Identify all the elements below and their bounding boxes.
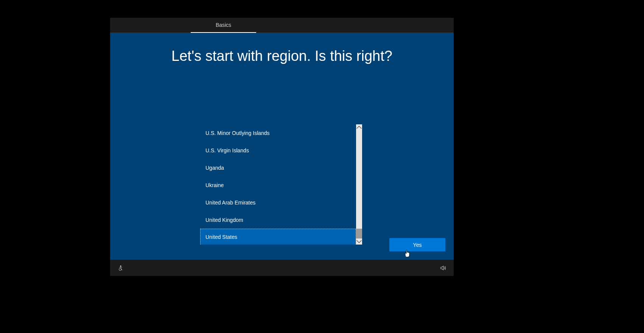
content-area: Let's start with region. Is this right? … <box>110 33 454 260</box>
scroll-down-arrow-icon[interactable] <box>356 239 362 245</box>
scroll-up-arrow-icon[interactable] <box>356 124 362 130</box>
oobe-window: Basics Let's start with region. Is this … <box>110 18 454 276</box>
scrollbar-thumb[interactable] <box>356 229 362 239</box>
region-list-item-label: U.S. Minor Outlying Islands <box>205 130 270 136</box>
svg-point-1 <box>119 268 121 270</box>
region-list-item[interactable]: United Kingdom <box>200 211 356 229</box>
tab-basics-label: Basics <box>216 22 231 28</box>
top-tab-bar: Basics <box>110 18 454 33</box>
region-list-item[interactable]: Uganda <box>200 159 356 177</box>
scrollbar[interactable] <box>356 124 362 245</box>
region-list-item[interactable]: United Arab Emirates <box>200 194 356 211</box>
region-list-item-label: Uganda <box>205 165 224 171</box>
page-title: Let's start with region. Is this right? <box>110 48 454 64</box>
region-list-item-label: United States <box>205 234 237 240</box>
svg-point-0 <box>120 265 121 266</box>
accessibility-icon[interactable] <box>117 264 124 272</box>
region-list-item-label: U.S. Virgin Islands <box>205 147 249 153</box>
yes-button-label: Yes <box>413 242 422 248</box>
region-list-item[interactable]: United States <box>200 229 356 245</box>
region-list-item-label: United Kingdom <box>205 217 243 223</box>
yes-button[interactable]: Yes <box>389 238 445 251</box>
region-list-item-label: Ukraine <box>205 182 224 188</box>
region-list-item[interactable]: U.S. Virgin Islands <box>200 142 356 159</box>
region-list-item[interactable]: Ukraine <box>200 177 356 194</box>
tab-basics[interactable]: Basics <box>191 18 256 33</box>
region-list-item[interactable]: U.S. Minor Outlying Islands <box>200 124 356 142</box>
region-list-item-label: United Arab Emirates <box>205 200 255 206</box>
bottom-bar <box>110 260 454 276</box>
volume-icon[interactable] <box>439 264 447 272</box>
region-list: U.S. Minor Outlying IslandsU.S. Virgin I… <box>200 124 362 245</box>
region-list-items: U.S. Minor Outlying IslandsU.S. Virgin I… <box>200 124 356 245</box>
